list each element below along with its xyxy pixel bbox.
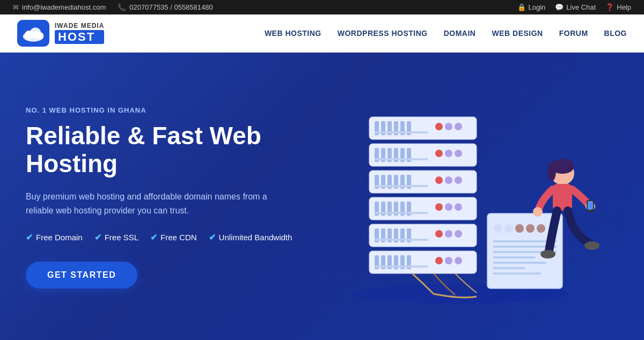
svg-point-68 [445,257,452,264]
feature-label-4: Unlimited Bandwidth [219,233,292,242]
svg-rect-82 [493,267,525,269]
get-started-button[interactable]: GET STARTED [26,262,137,289]
svg-point-34 [435,176,443,184]
svg-point-3 [36,32,43,39]
svg-point-35 [445,176,452,184]
svg-point-46 [445,203,452,211]
feature-free-ssl: ✔ Free SSL [94,232,138,242]
nav-domain[interactable]: DOMAIN [444,29,476,38]
live-chat-label: Live Chat [566,3,596,11]
svg-point-89 [533,207,543,217]
nav-web-design[interactable]: WEB DESIGN [492,29,543,38]
live-chat-link[interactable]: 💬 Live Chat [555,3,596,11]
help-label: Help [617,3,631,11]
nav-web-hosting[interactable]: WEB HOSTING [265,29,321,38]
hero-description: Buy premium web hosting and affordable d… [26,190,294,217]
envelope-icon: ✉ [13,3,19,11]
lock-icon: 🔒 [517,3,526,11]
svg-point-75 [526,224,535,233]
svg-point-93 [540,250,555,258]
svg-rect-81 [493,262,546,264]
nav-blog[interactable]: BLOG [604,29,627,38]
logo-brand-top: IWADE MEDIA [55,23,104,29]
help-icon: ❓ [605,3,614,11]
svg-point-47 [455,203,462,211]
hero-section: NO. 1 WEB HOSTING IN GHANA Reliable & Fa… [0,53,644,340]
nav-wordpress-hosting[interactable]: WORDPRESS HOSTING [338,29,428,38]
svg-point-23 [435,150,443,157]
svg-rect-48 [375,212,428,214]
svg-point-87 [547,162,556,181]
topbar-left: ✉ info@iwademediahost.com 📞 0207077535 /… [13,3,213,11]
svg-point-45 [435,203,443,211]
feature-label-2: Free SSL [105,233,138,242]
svg-point-94 [584,241,599,250]
check-icon-2: ✔ [94,232,101,242]
topbar-email: info@iwademediahost.com [22,3,106,11]
check-icon-4: ✔ [209,232,216,242]
svg-rect-80 [493,256,536,258]
svg-point-12 [435,123,443,130]
logo-cloud-icon [17,20,49,47]
hero-svg-illustration [326,85,638,310]
svg-point-67 [435,257,443,264]
feature-free-cdn: ✔ Free CDN [150,232,197,242]
nav-forum[interactable]: FORUM [559,29,588,38]
svg-point-36 [455,176,462,184]
svg-point-24 [445,150,452,157]
svg-point-69 [455,257,462,264]
login-link[interactable]: 🔒 Login [517,3,546,11]
check-icon-3: ✔ [150,232,157,242]
svg-rect-15 [375,131,428,134]
svg-point-14 [455,123,462,130]
svg-rect-70 [375,265,428,268]
svg-point-74 [515,224,524,233]
logo-brand-bottom: HOST [55,30,104,44]
feature-label-1: Free Domain [36,233,83,242]
logo: IWADE MEDIA HOST [17,20,104,47]
svg-point-25 [455,150,462,157]
topbar: ✉ info@iwademediahost.com 📞 0207077535 /… [0,0,644,14]
svg-rect-83 [493,272,541,275]
feature-unlimited-bandwidth: ✔ Unlimited Bandwidth [209,232,292,242]
svg-point-13 [445,123,452,130]
svg-point-72 [494,224,502,233]
hero-subtitle: NO. 1 WEB HOSTING IN GHANA [26,106,326,114]
feature-free-domain: ✔ Free Domain [26,232,83,242]
feature-label-3: Free CDN [160,233,197,242]
hero-title: Reliable & Fast Web Hosting [26,122,326,179]
chat-icon: 💬 [555,3,564,11]
navbar: IWADE MEDIA HOST WEB HOSTING WORDPRESS H… [0,14,644,53]
topbar-phone: 0207077535 / 0558581480 [129,3,213,11]
logo-text: IWADE MEDIA HOST [55,23,104,43]
svg-rect-59 [375,239,428,241]
svg-rect-92 [588,201,593,210]
svg-point-57 [445,230,452,238]
svg-point-58 [455,230,462,238]
check-icon-1: ✔ [26,232,33,242]
svg-point-73 [504,224,513,233]
phone-icon: 📞 [118,3,126,11]
svg-point-56 [435,230,443,238]
svg-rect-37 [375,185,428,187]
svg-point-76 [537,224,545,233]
hero-illustration [326,85,638,310]
hero-features: ✔ Free Domain ✔ Free SSL ✔ Free CDN ✔ Un… [26,232,326,242]
help-link[interactable]: ❓ Help [605,3,631,11]
nav-links: WEB HOSTING WORDPRESS HOSTING DOMAIN WEB… [265,29,627,38]
hero-content: NO. 1 WEB HOSTING IN GHANA Reliable & Fa… [26,106,326,289]
login-label: Login [529,3,546,11]
topbar-right: 🔒 Login 💬 Live Chat ❓ Help [517,3,631,11]
svg-rect-26 [375,158,428,160]
